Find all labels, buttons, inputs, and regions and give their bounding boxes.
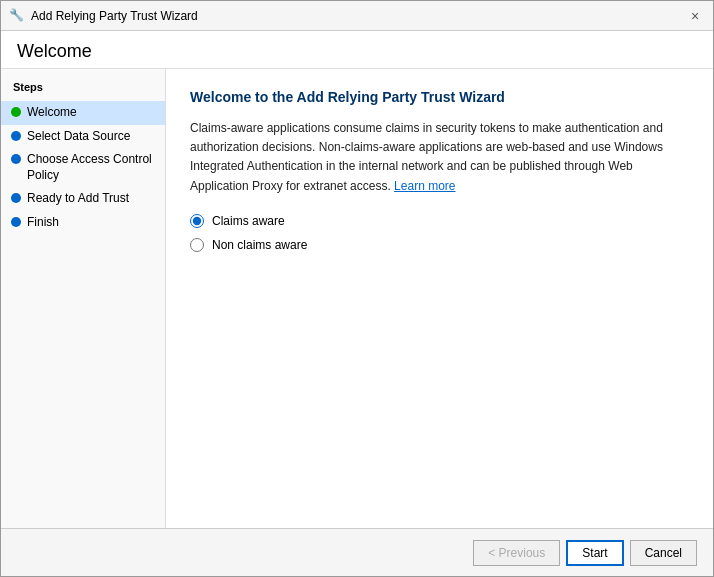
radio-option-non-claims-aware[interactable]: Non claims aware	[190, 238, 689, 252]
previous-button[interactable]: < Previous	[473, 540, 560, 566]
title-bar-left: 🔧 Add Relying Party Trust Wizard	[9, 8, 198, 24]
app-icon: 🔧	[9, 8, 25, 24]
sidebar-label-ready: Ready to Add Trust	[27, 191, 129, 207]
step-dot-finish	[11, 217, 21, 227]
close-button[interactable]: ×	[685, 6, 705, 26]
radio-option-claims-aware[interactable]: Claims aware	[190, 214, 689, 228]
learn-more-link[interactable]: Learn more	[394, 179, 455, 193]
radio-label-non-claims-aware: Non claims aware	[212, 238, 307, 252]
sidebar-label-welcome: Welcome	[27, 105, 77, 121]
radio-claims-aware[interactable]	[190, 214, 204, 228]
page-title: Welcome	[17, 41, 697, 62]
main-content: Welcome to the Add Relying Party Trust W…	[166, 69, 713, 528]
start-button[interactable]: Start	[566, 540, 623, 566]
cancel-button[interactable]: Cancel	[630, 540, 697, 566]
description-text: Claims-aware applications consume claims…	[190, 119, 689, 196]
sidebar-label-access-control: Choose Access Control Policy	[27, 152, 153, 183]
sidebar-label-finish: Finish	[27, 215, 59, 231]
footer: < Previous Start Cancel	[1, 528, 713, 576]
step-dot-access-control	[11, 154, 21, 164]
sidebar-item-finish[interactable]: Finish	[1, 211, 165, 235]
sidebar-item-welcome[interactable]: Welcome	[1, 101, 165, 125]
page-header: Welcome	[1, 31, 713, 68]
sidebar-item-ready[interactable]: Ready to Add Trust	[1, 187, 165, 211]
steps-label: Steps	[1, 81, 165, 101]
radio-group: Claims aware Non claims aware	[190, 214, 689, 252]
content-area: Steps Welcome Select Data Source Choose …	[1, 68, 713, 528]
main-title: Welcome to the Add Relying Party Trust W…	[190, 89, 689, 105]
sidebar-item-access-control[interactable]: Choose Access Control Policy	[1, 148, 165, 187]
step-dot-ready	[11, 193, 21, 203]
title-bar: 🔧 Add Relying Party Trust Wizard ×	[1, 1, 713, 31]
radio-label-claims-aware: Claims aware	[212, 214, 285, 228]
wizard-window: 🔧 Add Relying Party Trust Wizard × Welco…	[0, 0, 714, 577]
sidebar: Steps Welcome Select Data Source Choose …	[1, 69, 166, 528]
window-title: Add Relying Party Trust Wizard	[31, 9, 198, 23]
step-dot-welcome	[11, 107, 21, 117]
sidebar-item-datasource[interactable]: Select Data Source	[1, 125, 165, 149]
radio-non-claims-aware[interactable]	[190, 238, 204, 252]
step-dot-datasource	[11, 131, 21, 141]
sidebar-label-datasource: Select Data Source	[27, 129, 130, 145]
